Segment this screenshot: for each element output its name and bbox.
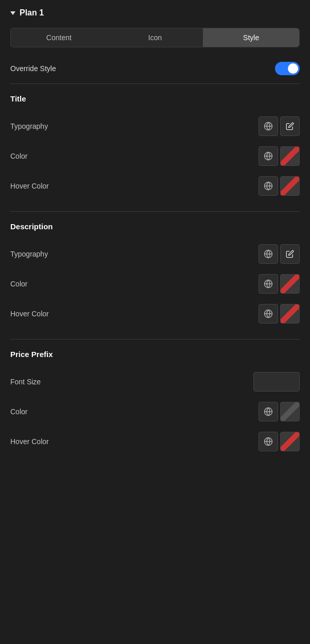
prefix-color-controls <box>259 402 300 421</box>
section-price-prefix-label: Price Prefix <box>10 350 300 359</box>
title-hover-color-globe-button[interactable] <box>259 176 278 196</box>
prefix-hover-color-controls <box>259 432 300 451</box>
tab-style[interactable]: Style <box>203 28 299 47</box>
title-typography-edit-button[interactable] <box>280 116 300 136</box>
section-price-prefix: Price Prefix Font Size Color <box>10 350 300 456</box>
title-typography-controls <box>259 116 300 136</box>
desc-color-row: Color <box>10 269 300 299</box>
prefix-hover-color-swatch-button[interactable] <box>280 432 300 451</box>
desc-color-globe-button[interactable] <box>259 274 278 294</box>
tab-group: Content Icon Style <box>10 28 300 47</box>
desc-hover-color-controls <box>259 304 300 324</box>
chevron-down-icon[interactable] <box>10 11 15 15</box>
prefix-color-row: Color <box>10 397 300 427</box>
override-style-label: Override Style <box>10 64 56 73</box>
title-color-swatch <box>281 147 299 165</box>
globe-icon <box>264 437 273 446</box>
prefix-font-size-row: Font Size <box>10 367 300 397</box>
globe-icon <box>264 279 273 289</box>
desc-typography-row: Typography <box>10 239 300 269</box>
prefix-font-size-input[interactable] <box>253 372 300 392</box>
desc-typography-controls <box>259 244 300 264</box>
title-typography-globe-button[interactable] <box>259 116 278 136</box>
title-color-globe-button[interactable] <box>259 146 278 166</box>
section-description-label: Description <box>10 222 300 231</box>
section-title-label: Title <box>10 94 300 103</box>
desc-hover-color-swatch-button[interactable] <box>280 304 300 324</box>
color-slash-icon <box>281 402 299 421</box>
title-color-row: Color <box>10 141 300 171</box>
title-hover-color-swatch-button[interactable] <box>280 176 300 196</box>
prefix-color-globe-button[interactable] <box>259 402 278 421</box>
title-typography-label: Typography <box>10 122 48 130</box>
globe-icon <box>264 151 273 161</box>
prefix-hover-color-label: Hover Color <box>10 437 49 446</box>
desc-typography-label: Typography <box>10 250 48 258</box>
prefix-hover-color-globe-button[interactable] <box>259 432 278 451</box>
title-hover-color-row: Hover Color <box>10 171 300 201</box>
tab-content[interactable]: Content <box>11 28 107 47</box>
globe-icon <box>264 181 273 191</box>
desc-typography-edit-button[interactable] <box>280 244 300 264</box>
page-title: Plan 1 <box>20 8 44 18</box>
title-hover-color-controls <box>259 176 300 196</box>
prefix-font-size-label: Font Size <box>10 378 41 386</box>
prefix-hover-color-swatch <box>281 432 299 451</box>
header: Plan 1 <box>10 8 300 18</box>
desc-hover-color-label: Hover Color <box>10 310 49 318</box>
tab-icon[interactable]: Icon <box>107 28 203 47</box>
divider-2 <box>10 339 300 340</box>
title-color-label: Color <box>10 152 27 160</box>
title-color-swatch-button[interactable] <box>280 146 300 166</box>
pencil-icon <box>286 122 294 130</box>
toggle-knob <box>288 63 298 74</box>
section-description: Description Typography <box>10 222 300 329</box>
color-slash-icon <box>281 177 299 195</box>
desc-color-swatch <box>281 275 299 293</box>
globe-icon <box>264 249 273 259</box>
color-slash-icon <box>281 304 299 323</box>
prefix-hover-color-row: Hover Color <box>10 427 300 456</box>
pencil-icon <box>286 250 294 258</box>
desc-color-swatch-button[interactable] <box>280 274 300 294</box>
desc-hover-color-swatch <box>281 304 299 323</box>
globe-icon <box>264 309 273 318</box>
color-slash-icon <box>281 432 299 451</box>
title-color-controls <box>259 146 300 166</box>
main-container: Plan 1 Content Icon Style Override Style… <box>0 0 310 467</box>
title-typography-row: Typography <box>10 111 300 141</box>
prefix-font-size-controls <box>253 372 300 392</box>
globe-icon <box>264 122 273 131</box>
title-hover-color-label: Hover Color <box>10 182 49 190</box>
desc-hover-color-row: Hover Color <box>10 299 300 329</box>
globe-icon <box>264 407 273 416</box>
desc-color-label: Color <box>10 280 27 288</box>
desc-color-controls <box>259 274 300 294</box>
override-style-toggle[interactable] <box>275 62 300 75</box>
color-slash-icon <box>281 275 299 293</box>
divider-1 <box>10 211 300 212</box>
title-hover-color-swatch <box>281 177 299 195</box>
section-title: Title Typography <box>10 94 300 201</box>
desc-typography-globe-button[interactable] <box>259 244 278 264</box>
prefix-color-swatch <box>281 402 299 421</box>
color-slash-icon <box>281 147 299 165</box>
prefix-color-label: Color <box>10 408 27 416</box>
override-style-row: Override Style <box>10 58 300 84</box>
desc-hover-color-globe-button[interactable] <box>259 304 278 324</box>
prefix-color-swatch-button[interactable] <box>280 402 300 421</box>
